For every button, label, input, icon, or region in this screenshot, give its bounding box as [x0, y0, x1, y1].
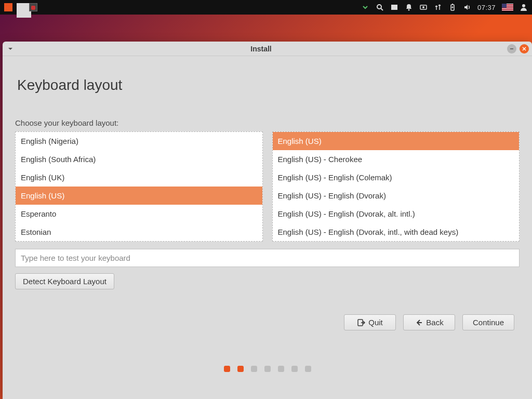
progress-dot [264, 366, 271, 372]
back-label: Back [426, 318, 443, 327]
variant-row[interactable]: English (US) - Cherokee [273, 150, 520, 168]
installer-window: Install Keyboard layout Choose your keyb… [3, 42, 532, 399]
system-top-panel: 07:37 [0, 0, 532, 15]
camera-icon[interactable] [419, 3, 428, 11]
user-icon[interactable] [520, 3, 528, 11]
quit-label: Quit [368, 318, 383, 327]
volume-icon[interactable] [463, 3, 471, 11]
layout-row[interactable]: English (South Africa) [16, 150, 262, 168]
continue-button[interactable]: Continue [462, 314, 514, 330]
progress-dot [291, 366, 298, 372]
progress-dot [251, 366, 257, 372]
svg-rect-2 [391, 5, 397, 10]
progress-dot [237, 366, 244, 372]
keyboard-layout-list[interactable]: English (Nigeria)English (South Africa)E… [15, 131, 263, 242]
search-icon[interactable] [376, 3, 384, 11]
keyboard-language-flag-icon[interactable] [502, 4, 513, 11]
launcher-icon[interactable] [4, 3, 12, 11]
progress-dot [224, 366, 230, 372]
svg-rect-7 [452, 4, 453, 5]
back-button[interactable]: Back [403, 314, 455, 330]
quit-button[interactable]: Quit [344, 314, 396, 330]
continue-label: Continue [473, 318, 504, 327]
detect-keyboard-label: Detect Keyboard Layout [23, 277, 107, 286]
variant-row[interactable]: English (US) - English (Dvorak) [273, 187, 520, 205]
page-heading: Keyboard layout [17, 77, 520, 94]
window-menu-dropdown-icon[interactable] [6, 44, 15, 54]
battery-icon[interactable] [448, 3, 457, 11]
quit-icon [357, 318, 365, 327]
taskbar-app-icon[interactable] [29, 3, 37, 11]
close-button[interactable] [520, 44, 529, 54]
layout-row[interactable]: Esperanto [16, 205, 262, 223]
layout-row[interactable]: English (UK) [16, 168, 262, 187]
progress-dots [15, 366, 520, 372]
keyboard-test-input[interactable] [15, 249, 520, 267]
network-icon[interactable] [434, 3, 442, 11]
progress-dot [305, 366, 311, 372]
variant-row[interactable]: English (US) - English (Dvorak, intl., w… [273, 223, 520, 241]
dropdown-arrow-icon[interactable] [361, 3, 369, 11]
svg-point-0 [377, 5, 381, 9]
layout-row[interactable]: Estonian [16, 223, 262, 241]
variant-row[interactable]: English (US) - English (Dvorak, alt. int… [273, 205, 520, 223]
window-titlebar[interactable]: Install [3, 42, 532, 56]
apps-grid-icon[interactable] [17, 3, 25, 11]
detect-keyboard-button[interactable]: Detect Keyboard Layout [15, 273, 114, 289]
keyboard-prompt-label: Choose your keyboard layout: [15, 118, 520, 127]
progress-dot [278, 366, 284, 372]
window-title: Install [15, 45, 507, 53]
layout-row[interactable]: English (US) [16, 187, 262, 205]
notifications-icon[interactable] [405, 3, 413, 11]
keyboard-variant-list[interactable]: English (US)English (US) - CherokeeEngli… [272, 131, 520, 242]
svg-point-8 [522, 4, 525, 7]
minimize-button[interactable] [507, 44, 516, 54]
workspace-icon[interactable] [390, 3, 398, 11]
variant-row[interactable]: English (US) [273, 132, 520, 150]
svg-line-1 [381, 8, 383, 10]
svg-point-5 [422, 6, 424, 8]
arrow-left-icon [415, 318, 423, 327]
variant-row[interactable]: English (US) - English (Colemak) [273, 168, 520, 187]
layout-row[interactable]: English (Nigeria) [16, 132, 262, 150]
svg-point-3 [408, 9, 409, 11]
clock[interactable]: 07:37 [477, 4, 496, 11]
